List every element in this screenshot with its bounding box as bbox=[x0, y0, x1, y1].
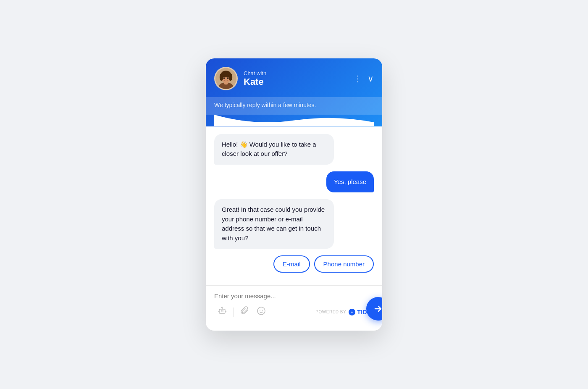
message-bubble-3: Great! In that case could you provide yo… bbox=[214, 199, 334, 249]
header-actions: ⋮ ∨ bbox=[353, 74, 374, 84]
toolbar-separator bbox=[234, 308, 234, 317]
message-row: Yes, please bbox=[214, 171, 374, 193]
agent-name: Kate bbox=[244, 76, 266, 87]
chat-footer: POWERED BY TIDIO bbox=[206, 286, 382, 331]
message-input[interactable] bbox=[214, 292, 374, 300]
status-text: We typically reply within a few minutes. bbox=[214, 102, 316, 108]
svg-point-7 bbox=[223, 77, 225, 79]
quick-reply-email[interactable]: E-mail bbox=[273, 255, 310, 273]
chat-header-status: We typically reply within a few minutes. bbox=[206, 97, 382, 115]
agent-avatar bbox=[214, 67, 238, 90]
tidio-dot-icon bbox=[349, 309, 355, 315]
svg-point-6 bbox=[228, 74, 232, 81]
chat-widget: Chat with Kate ⋮ ∨ We typically reply wi… bbox=[206, 58, 382, 330]
svg-point-17 bbox=[260, 310, 260, 310]
quick-reply-phone[interactable]: Phone number bbox=[314, 255, 374, 273]
attachment-icon[interactable] bbox=[237, 305, 252, 320]
message-text-2: Yes, please bbox=[334, 178, 366, 185]
send-icon bbox=[373, 304, 382, 314]
svg-point-8 bbox=[227, 77, 229, 79]
message-bubble-2: Yes, please bbox=[326, 171, 374, 193]
message-row: Hello! 👋 Would you like to take a closer… bbox=[214, 134, 374, 165]
more-options-icon[interactable]: ⋮ bbox=[353, 74, 362, 84]
minimize-icon[interactable]: ∨ bbox=[368, 74, 374, 84]
message-row: Great! In that case could you provide yo… bbox=[214, 199, 374, 249]
wave-separator bbox=[214, 115, 374, 126]
powered-by: POWERED BY TIDIO bbox=[315, 309, 374, 315]
quick-replies: E-mail Phone number bbox=[214, 255, 374, 273]
svg-point-18 bbox=[262, 310, 263, 310]
svg-point-16 bbox=[257, 307, 265, 315]
chat-toolbar: POWERED BY TIDIO bbox=[214, 305, 374, 320]
svg-rect-11 bbox=[223, 310, 224, 312]
chat-header-left: Chat with Kate bbox=[214, 67, 266, 90]
message-bubble-1: Hello! 👋 Would you like to take a closer… bbox=[214, 134, 334, 165]
message-text-1: Hello! 👋 Would you like to take a closer… bbox=[222, 141, 316, 158]
toolbar-left bbox=[214, 305, 269, 320]
svg-rect-9 bbox=[219, 309, 225, 313]
chat-input-area: POWERED BY TIDIO bbox=[206, 286, 382, 324]
chat-body: Hello! 👋 Would you like to take a closer… bbox=[206, 126, 382, 285]
chat-header: Chat with Kate ⋮ ∨ We typically reply wi… bbox=[206, 58, 382, 126]
bot-icon[interactable] bbox=[214, 305, 230, 320]
chat-header-top: Chat with Kate ⋮ ∨ bbox=[214, 67, 374, 97]
message-text-3: Great! In that case could you provide yo… bbox=[222, 206, 325, 242]
powered-by-text: POWERED BY bbox=[315, 310, 346, 314]
svg-rect-10 bbox=[221, 310, 222, 312]
chat-title-block: Chat with Kate bbox=[244, 70, 266, 87]
chat-with-label: Chat with bbox=[244, 70, 266, 76]
svg-point-5 bbox=[220, 74, 223, 81]
emoji-icon[interactable] bbox=[253, 305, 269, 320]
